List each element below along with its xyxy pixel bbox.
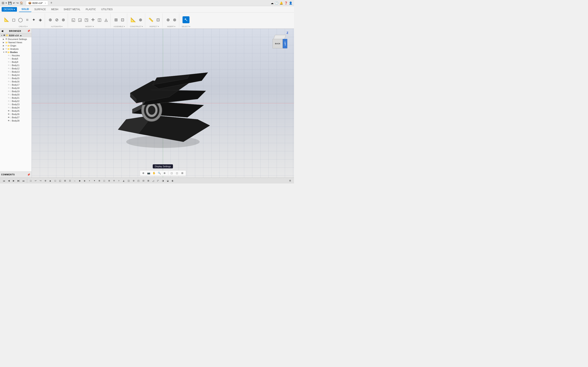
automate-btn2[interactable]: ⊘ [54,17,60,22]
expand-bodies[interactable]: ▼ [3,51,5,53]
body-checkbox-body16[interactable]: ◻ [10,81,11,83]
visibility-icon-body24[interactable]: 👁 [8,107,9,109]
body-checkbox-body23[interactable]: ◻ [10,103,11,105]
browser-item-bodies[interactable]: ▼ 👁 📁 Bodies [0,50,31,54]
3d-viewport[interactable]: Z BACK LEFT ⊕ 📷 ✋ [32,29,294,178]
browser-pin-icon[interactable]: 📌 [27,30,30,33]
modify-btn6[interactable]: ◬ [103,17,109,22]
browser-item-body20[interactable]: 👁 ◻ Body20 [0,93,31,96]
body-checkbox-body21[interactable]: ◻ [10,97,11,99]
toolbar-btn-10[interactable]: ↔ [72,179,77,183]
timeline-start-btn[interactable]: ⏮ [2,179,6,183]
save-icon[interactable]: 💾 [8,1,12,5]
expand-root[interactable]: ▼ [1,34,3,36]
file-menu-icon[interactable]: ▾ [6,1,7,4]
origin-eye-icon[interactable]: 👁 [5,45,7,47]
bodies-eye-icon[interactable]: 👁 [5,51,7,53]
browser-item-body11[interactable]: 👁 ◻ Body11 [0,64,31,67]
comments-pin-icon[interactable]: 📌 [27,173,30,176]
toolbar-btn-20[interactable]: ◭ [121,179,126,183]
tab-surface[interactable]: SURFACE [32,7,48,12]
new-tab-btn[interactable]: + [50,1,52,5]
visibility-root-icon[interactable]: 👁 [3,34,5,36]
toolbar-btn-4[interactable]: ⊕ [43,179,48,183]
toolbar-btn-6[interactable]: ◻ [53,179,57,183]
browser-root-item[interactable]: ▼ 👁 📁 B200 v14 ☁ [0,33,31,37]
visibility-icon-body27[interactable]: 👁 [8,117,9,118]
browser-item-body26[interactable]: 👁 ◻ Body26 [0,113,31,116]
browser-item-body15[interactable]: 👁 ◻ Body15 [0,77,31,80]
browser-item-analysis[interactable]: ▶ 👁 📁 Analysis [0,47,31,50]
body-checkbox-nozzles[interactable]: ◻ [10,54,11,57]
browser-item-body9[interactable]: 👁 ◻ Body9 [0,60,31,64]
tab-solid[interactable]: SOLID [19,7,31,12]
browser-item-body19[interactable]: 👁 ◻ Body19 [0,90,31,93]
capture-btn[interactable]: 📷 [146,171,151,175]
visibility-icon-body19[interactable]: 👁 [8,90,9,92]
inspect-btn1[interactable]: 📏 [148,17,154,22]
analysis-eye-icon[interactable]: 👁 [5,48,7,50]
cube-right-face[interactable]: LEFT [283,39,287,48]
timeline-end-btn[interactable]: ⏭ [21,179,26,183]
expand-origin[interactable]: ▶ [3,45,5,47]
create-box-btn[interactable]: ◻ [11,17,17,22]
cube-top-face[interactable] [273,35,286,39]
construct-btn2[interactable]: ⊕ [138,17,143,22]
tab-plastic[interactable]: PLASTIC [83,7,98,12]
toolbar-btn-11[interactable]: ◆ [77,179,82,183]
timeline-prev-btn[interactable]: ◀ [7,179,11,183]
create-new-component-btn[interactable]: 📐 [3,17,10,22]
visibility-icon-body5[interactable]: 👁 [8,58,9,60]
modify-btn1[interactable]: ◱ [70,17,76,22]
tab-utilities[interactable]: UTILITIES [99,7,115,12]
browser-item-body21[interactable]: 👁 ◻ Body21 [0,96,31,100]
toolbar-btn-2[interactable]: ↩ [33,179,38,183]
toolbar-btn-22[interactable]: ⊛ [131,179,136,183]
toolbar-btn-30[interactable]: ◐ [171,179,175,183]
modify-btn3[interactable]: ◳ [84,17,89,22]
body-checkbox-body28[interactable]: ◻ [10,120,11,122]
clock-icon[interactable]: 🕐 [275,1,278,5]
modify-btn2[interactable]: ◲ [77,17,83,22]
visibility-icon-body21[interactable]: 👁 [8,97,9,99]
toolbar-btn-15[interactable]: ⊕ [97,179,102,183]
select-btn[interactable]: ↖ [182,16,190,23]
toolbar-btn-28[interactable]: ◑ [161,179,165,183]
body-checkbox-body19[interactable]: ◻ [10,90,11,92]
body-checkbox-body27[interactable]: ◻ [10,117,11,118]
browser-item-body24[interactable]: 👁 ◻ Body24 [0,106,31,109]
timeline-next-step-btn[interactable]: ▶| [16,179,21,183]
construct-btn1[interactable]: 📐 [130,17,137,22]
browser-item-body5[interactable]: 👁 ◻ Body5 [0,57,31,60]
body-checkbox-body9[interactable]: ◻ [10,61,11,63]
body-checkbox-body11[interactable]: ◻ [10,64,11,66]
undo-icon[interactable]: ↩ [13,1,15,4]
visibility-icon-body17[interactable]: 👁 [8,84,9,86]
browser-item-body22[interactable]: 👁 ◻ Body22 [0,100,31,103]
browser-item-body27[interactable]: 👁 ◻ Body27 [0,116,31,119]
visibility-icon-body12[interactable]: 👁 [8,67,9,69]
doc-tab-close[interactable]: × [45,2,46,4]
browser-item-body23[interactable]: 👁 ◻ Body23 [0,103,31,106]
doc-tab[interactable]: 📦 B200 v14* × [26,1,48,5]
help-icon[interactable]: ❓ [284,1,288,5]
toolbar-btn-16[interactable]: ◻ [102,179,106,183]
browser-item-body28[interactable]: 👁 ◻ Body28 [0,119,31,122]
automate-btn1[interactable]: ⊕ [47,17,53,22]
tab-mesh[interactable]: MESH [49,7,61,12]
toolbar-btn-5[interactable]: ■ [48,179,52,183]
pan-btn[interactable]: ✋ [152,171,156,175]
browser-item-body17[interactable]: 👁 ◻ Body17 [0,83,31,86]
toolbar-btn-18[interactable]: ✛ [112,179,116,183]
cube-front-face[interactable]: BACK [273,39,283,48]
visibility-icon-body13[interactable]: 👁 [8,71,9,73]
browser-item-nozzles[interactable]: 👁 ◻ Nozzles [0,54,31,57]
toolbar-btn-21[interactable]: ◫ [126,179,131,183]
expand-doc-settings[interactable]: ▶ [3,38,5,40]
browser-item-body16[interactable]: 👁 ◻ Body16 [0,80,31,83]
zoom-region-btn[interactable]: ⊕ [162,171,167,175]
toolbar-btn-23[interactable]: ◰ [136,179,141,183]
visibility-icon-nozzles[interactable]: 👁 [8,54,9,57]
body-checkbox-body25[interactable]: ◻ [10,110,11,112]
display-mode-btn[interactable]: ◻ [169,171,174,175]
